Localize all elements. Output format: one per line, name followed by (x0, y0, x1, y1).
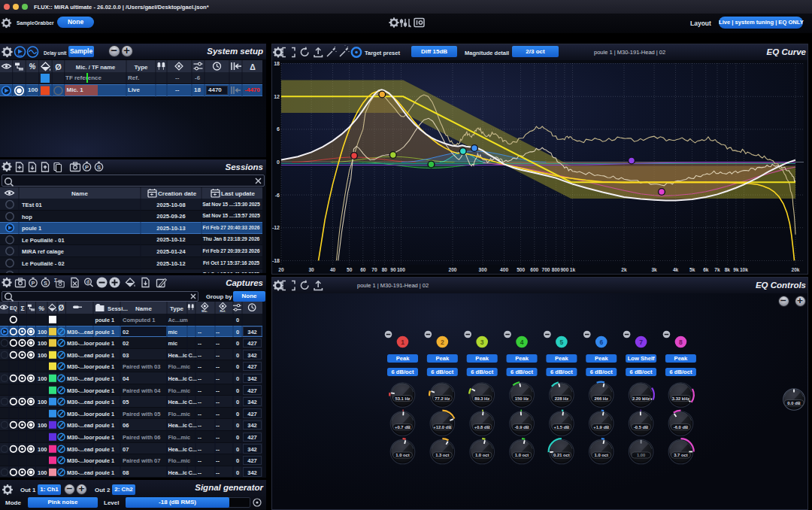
svg-text:-12: -12 (272, 225, 280, 230)
svg-text:Type: Type (134, 64, 148, 71)
svg-text:18: 18 (274, 61, 280, 66)
svg-text:89.3 Hz: 89.3 Hz (474, 396, 489, 401)
svg-text:90: 90 (390, 267, 396, 272)
svg-text:200: 200 (448, 267, 456, 272)
svg-text:6 dB/oct: 6 dB/oct (392, 369, 414, 375)
svg-text:Peak: Peak (435, 355, 450, 362)
svg-text:+0.8 dB: +0.8 dB (474, 425, 490, 430)
svg-text:80: 80 (382, 267, 388, 272)
svg-text:3: 3 (480, 338, 484, 346)
svg-text:20: 20 (278, 267, 284, 272)
svg-text:1.0 oct: 1.0 oct (475, 453, 489, 457)
svg-text:live: live (18, 54, 23, 57)
svg-text:3k: 3k (651, 267, 657, 272)
svg-text:S: S (44, 280, 47, 287)
svg-text:300: 300 (479, 267, 487, 272)
svg-text:Δ: Δ (250, 62, 256, 71)
svg-text:150 Hz: 150 Hz (515, 396, 529, 401)
svg-text:Low Shelf: Low Shelf (628, 355, 655, 362)
svg-text:228 Hz: 228 Hz (555, 396, 568, 401)
svg-text:-0.9 dB: -0.9 dB (514, 425, 529, 430)
svg-text:100: 100 (397, 267, 405, 272)
svg-text:2k: 2k (621, 267, 627, 272)
svg-text:1.0 oct: 1.0 oct (515, 453, 529, 457)
svg-text:Mic. / TF name: Mic. / TF name (76, 64, 115, 71)
svg-text:8k: 8k (725, 267, 731, 272)
svg-text:9k: 9k (733, 267, 739, 272)
svg-text:1: 1 (401, 338, 404, 346)
svg-text:10k: 10k (740, 267, 748, 272)
svg-text:1.00: 1.00 (637, 453, 645, 457)
svg-text:%: % (38, 305, 44, 312)
svg-text:Peak: Peak (674, 355, 689, 362)
svg-text:-6.0 dB: -6.0 dB (674, 425, 688, 430)
svg-text:30: 30 (308, 267, 314, 272)
svg-text:6k: 6k (703, 267, 709, 272)
svg-text:53.1 Hz: 53.1 Hz (395, 396, 411, 401)
svg-text:%: % (29, 62, 36, 71)
svg-text:Last update: Last update (221, 190, 255, 197)
svg-text:6 dB/oct: 6 dB/oct (471, 369, 493, 375)
svg-text:Peak: Peak (475, 355, 489, 362)
svg-text:+0.7 dB: +0.7 dB (395, 425, 411, 430)
svg-text:-6: -6 (275, 193, 280, 198)
svg-text:50: 50 (347, 267, 353, 272)
svg-text:1k: 1k (570, 267, 576, 272)
svg-text:Σ: Σ (20, 305, 24, 312)
svg-text:Sessi...: Sessi... (108, 305, 128, 312)
svg-text:d: d (86, 279, 89, 284)
svg-text:4: 4 (520, 338, 524, 346)
svg-text:900: 900 (560, 267, 568, 272)
svg-text:3.32 kHz: 3.32 kHz (672, 396, 689, 401)
svg-text:Name: Name (135, 305, 152, 312)
svg-text:+12.0 dB: +12.0 dB (433, 425, 451, 430)
svg-text:1.3 oct: 1.3 oct (435, 453, 449, 457)
svg-text:2.20 kHz: 2.20 kHz (632, 396, 650, 401)
svg-text:Creation date: Creation date (158, 190, 197, 197)
svg-text:+1.9 dB: +1.9 dB (593, 425, 609, 430)
svg-text:6 dB/oct: 6 dB/oct (590, 369, 613, 375)
svg-text:77.2 Hz: 77.2 Hz (435, 396, 450, 401)
svg-text:70: 70 (371, 267, 377, 272)
svg-text:0.0 dB: 0.0 dB (787, 401, 800, 405)
svg-text:1.0 oct: 1.0 oct (395, 453, 409, 457)
svg-text:400: 400 (500, 267, 508, 272)
svg-text:700: 700 (541, 267, 550, 272)
svg-text:Peak: Peak (515, 355, 529, 362)
svg-text:-18: -18 (272, 258, 280, 263)
svg-text:S: S (97, 164, 101, 171)
svg-text:6 dB/oct: 6 dB/oct (630, 369, 653, 375)
svg-text:500: 500 (517, 267, 525, 272)
svg-text:Ø: Ø (59, 304, 65, 312)
svg-text:266 Hz: 266 Hz (595, 396, 608, 401)
svg-text:6 dB/oct: 6 dB/oct (431, 369, 453, 375)
svg-text:P: P (85, 164, 89, 171)
svg-text:20k: 20k (791, 267, 799, 272)
svg-text:0: 0 (277, 159, 280, 165)
svg-text:4k: 4k (673, 267, 679, 272)
svg-text:5k: 5k (689, 267, 695, 272)
svg-text:Peak: Peak (396, 355, 411, 362)
svg-text:Ø: Ø (55, 62, 62, 71)
svg-text:8: 8 (679, 338, 683, 346)
svg-text:Peak: Peak (555, 355, 569, 362)
svg-text:2: 2 (441, 338, 444, 346)
svg-text:6: 6 (277, 126, 280, 132)
svg-text:3.7 oct: 3.7 oct (674, 453, 687, 457)
svg-text:600: 600 (530, 267, 538, 272)
svg-text:Type: Type (170, 305, 184, 312)
svg-text:EQ: EQ (10, 305, 17, 311)
svg-text:Ref.: Ref. (220, 309, 226, 313)
svg-text:P: P (31, 280, 35, 287)
svg-text:7: 7 (639, 338, 643, 346)
svg-text:Name: Name (71, 190, 88, 197)
svg-text:12: 12 (274, 94, 280, 99)
svg-text:-0.5 dB: -0.5 dB (634, 425, 648, 430)
svg-text:Mic.: Mic. (201, 309, 208, 313)
svg-text:Peak: Peak (595, 355, 609, 362)
svg-text:1.0 oct: 1.0 oct (595, 453, 608, 457)
svg-text:6 dB/oct: 6 dB/oct (550, 369, 573, 375)
svg-text:6 dB/oct: 6 dB/oct (669, 369, 692, 375)
svg-text:6: 6 (599, 338, 603, 346)
svg-text:0.21 oct: 0.21 oct (553, 453, 570, 457)
